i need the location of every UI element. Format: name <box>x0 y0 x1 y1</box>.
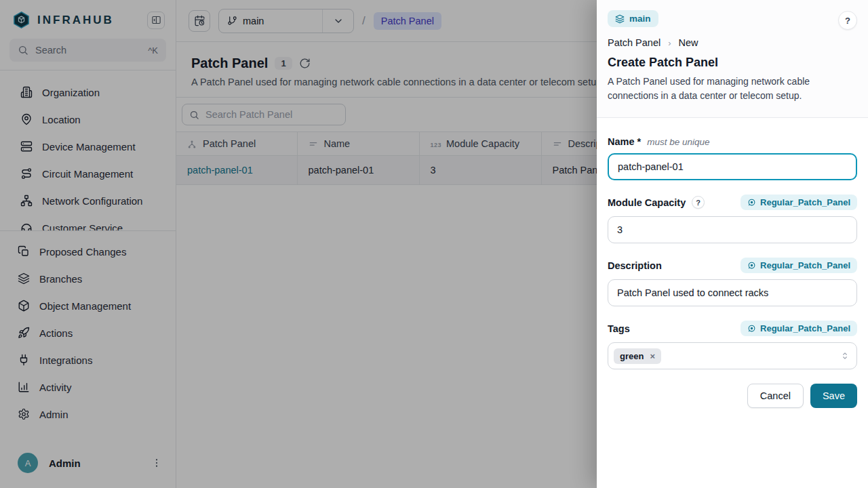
tag-remove-icon[interactable]: × <box>650 352 655 361</box>
profile-icon <box>747 198 756 207</box>
tags-label: Tags <box>608 323 630 334</box>
field-name: Name * must be unique <box>608 136 857 180</box>
create-patch-panel-drawer: main ? Patch Panel › New Create Patch Pa… <box>597 0 868 488</box>
tags-select[interactable]: green × <box>608 342 857 369</box>
name-hint: must be unique <box>647 137 709 147</box>
tags-profile-badge[interactable]: Regular_Patch_Panel <box>741 321 857 336</box>
cancel-button[interactable]: Cancel <box>747 384 804 408</box>
drawer-breadcrumb-current: New <box>679 37 698 48</box>
field-module-capacity: Module Capacity ? Regular_Patch_Panel <box>608 195 857 243</box>
infrahub-app: INFRAHUB Search ^K Organization <box>0 0 868 488</box>
help-button[interactable]: ? <box>838 11 857 30</box>
drawer-title: Create Patch Panel <box>608 56 857 70</box>
field-description: Description Regular_Patch_Panel <box>608 258 857 306</box>
chevrons-up-down-icon <box>840 351 850 361</box>
module-capacity-input[interactable] <box>608 216 857 243</box>
layers-icon <box>615 14 625 24</box>
tag-chip-green: green × <box>614 348 661 364</box>
drawer-breadcrumb-parent: Patch Panel <box>608 37 660 48</box>
description-input[interactable] <box>608 279 857 306</box>
drawer-branch-badge[interactable]: main <box>608 10 658 27</box>
drawer-branch-name: main <box>629 14 651 24</box>
tag-chip-label: green <box>620 351 644 361</box>
drawer-actions: Cancel Save <box>608 384 857 408</box>
description-profile-badge[interactable]: Regular_Patch_Panel <box>741 258 857 273</box>
chevron-right-icon: › <box>668 38 671 48</box>
module-capacity-help-icon[interactable]: ? <box>692 196 705 209</box>
drawer-header: main ? Patch Panel › New Create Patch Pa… <box>597 0 868 118</box>
name-label: Name * <box>608 136 641 147</box>
drawer-breadcrumb: Patch Panel › New <box>608 37 857 48</box>
drawer-description: A Patch Panel used for managing network … <box>608 75 835 103</box>
profile-icon <box>747 261 756 270</box>
module-capacity-profile-badge[interactable]: Regular_Patch_Panel <box>741 195 857 210</box>
field-tags: Tags Regular_Patch_Panel green × <box>608 321 857 369</box>
create-patch-panel-form: Name * must be unique Module Capacity ? … <box>597 118 868 488</box>
profile-icon <box>747 324 756 333</box>
save-button[interactable]: Save <box>810 384 857 408</box>
name-input[interactable] <box>608 153 857 180</box>
description-label: Description <box>608 260 662 271</box>
module-capacity-label: Module Capacity <box>608 197 686 208</box>
